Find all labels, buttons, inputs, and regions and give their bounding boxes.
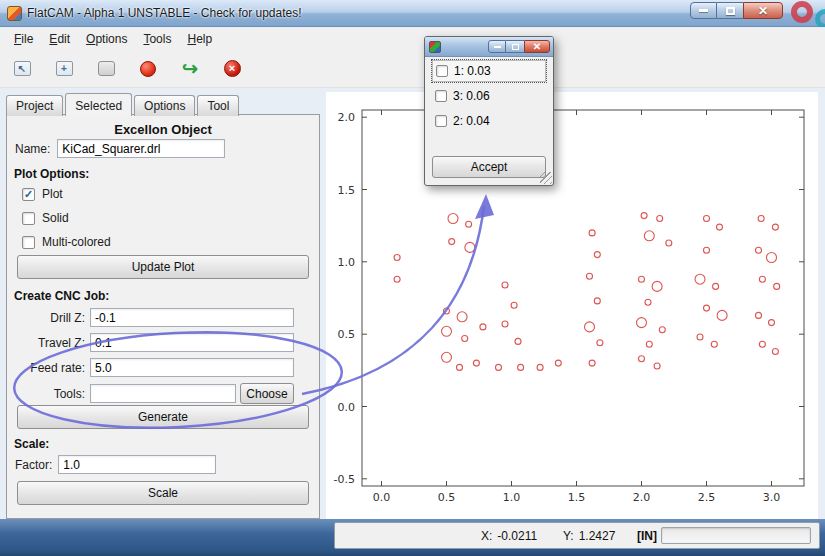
plot-options-heading: Plot Options: [14, 167, 89, 181]
tool-2-label: 2: 0.04 [453, 114, 490, 128]
y-label: Y: [563, 529, 574, 543]
tool-3-label: 3: 0.06 [453, 89, 490, 103]
save-project-button[interactable] [92, 55, 120, 83]
drill-z-input[interactable] [90, 308, 294, 327]
x-label: X: [481, 529, 492, 543]
tab-bar: Project Selected Options Tool [6, 93, 241, 116]
tab-selected[interactable]: Selected [65, 93, 132, 116]
dialog-close-icon: ✕ [533, 42, 541, 52]
svg-text:0.0: 0.0 [338, 401, 356, 414]
name-label: Name: [15, 142, 50, 156]
close-button[interactable]: ✕ [743, 2, 783, 19]
tool-option-3[interactable]: 3: 0.06 [432, 85, 546, 107]
progress-bar [661, 527, 811, 544]
svg-text:2.0: 2.0 [633, 491, 651, 504]
tool-1-label: 1: 0.03 [454, 64, 491, 78]
wallpaper-glimpse [785, 0, 825, 27]
dialog-controls: ✕ [488, 40, 550, 53]
accept-button[interactable]: Accept [432, 156, 546, 178]
tab-tool[interactable]: Tool [197, 95, 239, 116]
svg-text:-0.5: -0.5 [334, 473, 355, 486]
dialog-icon [429, 41, 441, 53]
resize-grip-icon[interactable] [540, 172, 552, 184]
clear-plot-button[interactable]: × [218, 55, 246, 83]
menu-edit[interactable]: Edit [41, 29, 78, 49]
tools-input[interactable] [90, 384, 236, 403]
dialog-titlebar[interactable]: ✕ [425, 37, 553, 57]
feed-rate-label: Feed rate: [7, 361, 85, 375]
app-icon [7, 6, 22, 21]
window-title: FlatCAM - Alpha 1 UNSTABLE - Check for u… [27, 6, 302, 20]
save-project-icon [98, 61, 115, 76]
plot-canvas[interactable]: 0.00.51.01.52.02.53.0-0.50.00.51.01.52.0 [326, 92, 818, 520]
svg-text:2.0: 2.0 [338, 111, 356, 124]
solid-checkbox-label: Solid [42, 211, 69, 225]
maximize-icon [726, 7, 735, 15]
update-plot-button[interactable]: Update Plot [17, 255, 309, 279]
svg-text:1.5: 1.5 [568, 491, 586, 504]
svg-text:1.0: 1.0 [338, 256, 356, 269]
tool-3-checkbox[interactable] [435, 90, 447, 102]
dialog-maximize-button[interactable] [506, 40, 524, 53]
wallpaper-ring-red [791, 1, 813, 23]
new-object-button[interactable]: + [50, 55, 78, 83]
menu-file[interactable]: File [6, 29, 41, 49]
record-button[interactable] [134, 55, 162, 83]
solid-checkbox[interactable] [22, 212, 35, 225]
multicolored-checkbox-label: Multi-colored [42, 235, 111, 249]
svg-text:3.0: 3.0 [763, 491, 781, 504]
x-value: -0.0211 [497, 529, 537, 543]
dialog-minimize-button[interactable] [488, 40, 506, 53]
titlebar[interactable]: FlatCAM - Alpha 1 UNSTABLE - Check for u… [0, 0, 825, 27]
factor-label: Factor: [15, 458, 52, 472]
choose-tools-button[interactable]: Choose [240, 383, 294, 404]
record-icon [140, 61, 156, 77]
minimize-button[interactable] [690, 2, 717, 19]
tool-option-2[interactable]: 2: 0.04 [432, 110, 546, 132]
generate-button[interactable]: Generate [17, 405, 309, 429]
new-object-icon: + [56, 61, 73, 76]
tools-label: Tools: [7, 387, 85, 401]
wallpaper-ring-teal [815, 9, 825, 27]
drill-z-label: Drill Z: [7, 311, 85, 325]
tool-option-1[interactable]: 1: 0.03 [432, 60, 546, 82]
maximize-button[interactable] [717, 2, 743, 19]
svg-text:0.5: 0.5 [338, 328, 356, 341]
svg-text:1.0: 1.0 [503, 491, 521, 504]
replot-button[interactable]: ↪ [176, 55, 204, 83]
minimize-icon [699, 9, 708, 12]
status-panel: X: -0.0211 Y: 1.2427 [IN] [334, 522, 820, 549]
selected-tab-pane: Excellon Object Name: Plot Options: ✓ Pl… [6, 114, 320, 519]
svg-text:0.5: 0.5 [438, 491, 456, 504]
menu-tools[interactable]: Tools [135, 29, 179, 49]
multicolored-checkbox[interactable] [22, 236, 35, 249]
tab-options[interactable]: Options [134, 95, 195, 116]
tab-project[interactable]: Project [6, 95, 63, 116]
travel-z-label: Travel Z: [7, 336, 85, 350]
flatcam-window: FlatCAM - Alpha 1 UNSTABLE - Check for u… [0, 0, 825, 556]
factor-input[interactable] [58, 455, 216, 474]
feed-rate-input[interactable] [90, 358, 294, 377]
open-project-icon: ↖ [14, 61, 31, 76]
dialog-close-button[interactable]: ✕ [524, 40, 550, 53]
menu-help[interactable]: Help [179, 29, 220, 49]
units-badge: [IN] [637, 529, 657, 543]
window-controls: ✕ [690, 2, 783, 19]
tool-2-checkbox[interactable] [435, 115, 447, 127]
menu-options[interactable]: Options [78, 29, 135, 49]
y-value: 1.2427 [579, 529, 616, 543]
menu-bar: File Edit Options Tools Help [0, 28, 825, 50]
open-project-button[interactable]: ↖ [8, 55, 36, 83]
name-input[interactable] [57, 139, 225, 158]
toolbar: ↖ + ↪ × [0, 50, 825, 88]
scale-button[interactable]: Scale [17, 481, 309, 505]
status-bar: X: -0.0211 Y: 1.2427 [IN] [0, 519, 825, 556]
object-heading: Excellon Object [7, 122, 319, 137]
svg-text:0.0: 0.0 [373, 491, 391, 504]
svg-text:1.5: 1.5 [338, 184, 356, 197]
plot-checkbox-label: Plot [42, 187, 63, 201]
travel-z-input[interactable] [90, 333, 294, 352]
cnc-heading: Create CNC Job: [14, 289, 109, 303]
plot-checkbox[interactable]: ✓ [22, 188, 35, 201]
tool-1-checkbox[interactable] [436, 65, 448, 77]
